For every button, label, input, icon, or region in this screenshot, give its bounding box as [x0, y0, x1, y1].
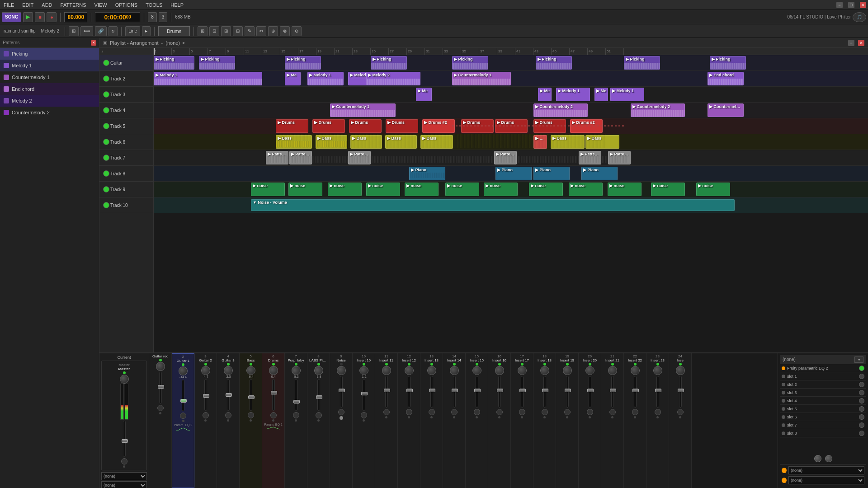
ch-circle-16[interactable] — [496, 409, 503, 415]
fx-send2-indicator[interactable] — [782, 478, 787, 483]
mixer-ch-guitar2[interactable]: 3 Guitar 2 -4.7 — [194, 353, 217, 488]
mixer-ch-insert24[interactable]: 24Inse — [669, 353, 692, 488]
ch-fader-24[interactable] — [678, 389, 684, 392]
minimize-button[interactable]: − — [836, 2, 843, 8]
ch-fader-22[interactable] — [632, 389, 639, 392]
maximize-button[interactable]: □ — [848, 2, 854, 8]
pattern-item-picking[interactable]: Picking — [0, 48, 99, 60]
ch-circle-purp[interactable] — [293, 412, 299, 418]
line-mode-btn[interactable]: Line — [125, 26, 140, 36]
menu-file[interactable]: FILE — [2, 1, 16, 9]
stamp-btn[interactable]: ⎋ — [108, 26, 118, 36]
ch-circle-guitar1[interactable] — [180, 413, 186, 419]
clip-bass-4[interactable]: ▶ Bass — [385, 135, 417, 149]
clip-melody1-t3-1[interactable]: ▶ Melody 1 — [556, 88, 590, 101]
track-row-5[interactable]: ▶ Drums ▶ Drums ▶ Drums ▶ Drums ▶ Drums — [154, 118, 868, 134]
tool-btn3[interactable]: ⊕ — [268, 26, 278, 36]
track-row-8[interactable]: ▶ Piano ▶ Piano ▶ Piano ▶ Piano — [154, 166, 868, 182]
pattern-item-cm2[interactable]: Countermelody 2 — [0, 107, 99, 118]
mixer-ch-insert12[interactable]: 12Insert 12 — [398, 353, 420, 488]
fx-active-indicator[interactable] — [782, 366, 785, 370]
record-button[interactable]: ● — [47, 12, 57, 22]
fx-slot-8[interactable]: slot 8 — [780, 429, 866, 437]
ch-fader-drums[interactable] — [271, 391, 277, 394]
ch-circle-23[interactable] — [655, 409, 661, 415]
clip-me-t3-3[interactable]: ▶ Me — [594, 88, 608, 101]
mixer-ch-insert23[interactable]: 23Insert 23 — [646, 353, 669, 488]
bpm-display[interactable]: 80.000 — [64, 12, 87, 22]
track-row-guitar[interactable]: ▶ Picking ▶ Picking ▶ Picking ▶ Pic — [154, 55, 868, 71]
snap-btn[interactable]: ⊞ — [69, 26, 79, 36]
ch-circle-11[interactable] — [383, 409, 390, 415]
ch-pan-bass[interactable] — [246, 366, 255, 375]
ch-pan-guitarrec[interactable] — [156, 362, 165, 371]
clip-noise-8[interactable]: ▶ noise — [529, 183, 563, 196]
mixer-ch-insert20[interactable]: 20Insert 20 — [579, 353, 601, 488]
ch-circle-19[interactable] — [564, 409, 571, 415]
send-select-2[interactable]: (none) — [101, 481, 147, 488]
ch-circle-12[interactable] — [406, 409, 412, 415]
ch-fader-12[interactable] — [406, 389, 413, 392]
fx-slot-7[interactable]: slot 7 — [780, 421, 866, 429]
fx-pan-knob[interactable] — [825, 455, 832, 462]
ch-pan-purp[interactable] — [290, 364, 302, 376]
clip-cm2-t4-2[interactable]: ▶ Countermelody 2 — [631, 103, 685, 117]
ch-fader-16[interactable] — [497, 389, 503, 392]
clip-bass-3[interactable]: ▶ Bass — [350, 135, 382, 149]
fx-send2-select[interactable]: (none) — [788, 476, 864, 484]
ch-pan-16[interactable] — [495, 366, 504, 375]
ch-pan-23[interactable] — [653, 366, 662, 375]
fx-toggle-eq2[interactable] — [859, 366, 864, 371]
grid-btn[interactable]: ⊞ — [198, 26, 208, 36]
ch-fader-guitar2[interactable] — [203, 394, 209, 398]
clip-pattern5-1[interactable]: ▶ Pattern 5 — [289, 151, 312, 164]
mixer-ch-guitar1[interactable]: 2 Guitar 1 -14.4 Param. EQ 2 — [172, 353, 194, 488]
track10-mute-btn[interactable] — [103, 202, 109, 208]
mixer-ch-insert18[interactable]: 18Insert 18 — [533, 353, 556, 488]
clip-me-t3-1[interactable]: ▶ Me — [416, 88, 432, 101]
clip-melody2-1[interactable]: ▶ Melody 2 — [366, 72, 420, 85]
ch-mini-eq-guitar1[interactable] — [176, 427, 190, 431]
ch-fader-noise[interactable] — [339, 389, 345, 392]
clip-noise-1[interactable]: ▶ noise — [251, 183, 285, 196]
clip-noise-6[interactable]: ▶ noise — [445, 183, 479, 196]
ch-pan-guitar1[interactable] — [179, 366, 188, 375]
track-label-2[interactable]: Track 2 — [99, 71, 153, 87]
clip-noise-4[interactable]: ▶ noise — [366, 183, 400, 196]
ch-pan-13[interactable] — [427, 366, 436, 375]
pattern-item-countermelody1[interactable]: Countermelody 1 — [0, 71, 99, 83]
ch-circle-22[interactable] — [632, 409, 638, 415]
pattern-item-melody1[interactable]: Melody 1 — [0, 60, 99, 71]
clip-cm1-t4[interactable]: ▶ Countermelody 1 — [330, 103, 396, 117]
clip-me-1[interactable]: ▶ Me — [285, 72, 301, 85]
mixer-ch-insert13[interactable]: 13Insert 13 — [420, 353, 443, 488]
mixer-ch-insert17[interactable]: 17Insert 17 — [511, 353, 533, 488]
magnet-btn[interactable]: ⟺ — [80, 26, 93, 36]
guitar-mute-btn[interactable] — [103, 60, 109, 66]
clip-drums2-1[interactable]: ▶ Drums #2 — [422, 119, 455, 133]
clip-noise-7[interactable]: ▶ noise — [484, 183, 518, 196]
fx-toggle-7[interactable] — [859, 422, 864, 428]
clip-pattern5-2[interactable]: ▶ Pattern 5 — [348, 151, 371, 164]
clip-noise-2[interactable]: ▶ noise — [288, 183, 322, 196]
tool-btn4[interactable]: ⊗ — [280, 26, 290, 36]
ch-circle-piano[interactable] — [316, 412, 322, 418]
track-label-7[interactable]: Track 7 — [99, 150, 153, 166]
clip-cm2-t4-1[interactable]: ▶ Countermelody 2 — [533, 103, 588, 117]
menu-view[interactable]: VIEW — [93, 1, 109, 9]
ch-pan-19[interactable] — [563, 366, 572, 375]
track-label-8[interactable]: Track 8 — [99, 166, 153, 182]
track-row-4[interactable]: ▶ Countermelody 1 ▶ Countermelody 2 ▶ Co… — [154, 103, 868, 118]
clip-picking-6[interactable]: ▶ Picking — [536, 56, 572, 70]
master-circle-btn[interactable] — [121, 458, 127, 465]
clip-drums-2[interactable]: ▶ Drums — [312, 119, 345, 133]
channel-select[interactable]: Drums — [158, 26, 190, 36]
clip-picking-5[interactable]: ▶ Picking — [452, 56, 488, 70]
ch-fader-18[interactable] — [542, 389, 548, 392]
mixer-ch-insert14[interactable]: 14Insert 14 — [443, 353, 466, 488]
ch-pan-18[interactable] — [540, 366, 549, 375]
ch-mini-eq-drums[interactable] — [267, 426, 280, 431]
mixer-ch-noise[interactable]: 9 Noise — [330, 353, 353, 488]
ch-fader-17[interactable] — [519, 389, 526, 392]
fx-toggle-8[interactable] — [859, 431, 864, 436]
